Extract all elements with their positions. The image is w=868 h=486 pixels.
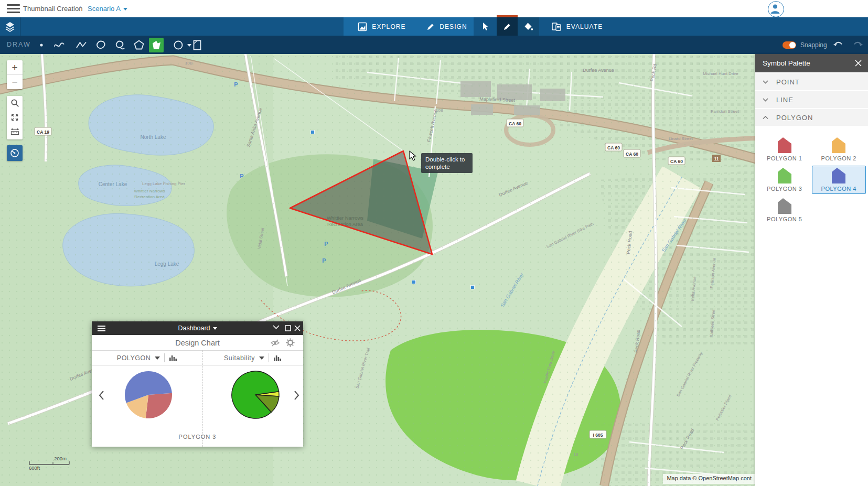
select-tool-button[interactable] bbox=[474, 17, 497, 36]
maximize-button[interactable] bbox=[285, 325, 291, 331]
dashboard-gauge-button[interactable] bbox=[7, 145, 23, 161]
vertex-handle[interactable] bbox=[471, 286, 475, 289]
parking-icon: P bbox=[322, 257, 326, 264]
tab-explore[interactable]: EXPLORE bbox=[344, 17, 420, 36]
parking-icon: P bbox=[240, 173, 243, 179]
geoplanner-app: Thumbnail Creation / Scenario A EXPLORE bbox=[0, 0, 868, 486]
cursor-arrow-icon bbox=[481, 22, 489, 31]
filled-polygon-tool-active[interactable] bbox=[149, 38, 164, 52]
map-label: Center Lake bbox=[99, 181, 127, 187]
explore-icon bbox=[358, 22, 367, 31]
top-bar: Thumbnail Creation / Scenario A bbox=[0, 0, 868, 17]
pencil-icon bbox=[426, 23, 435, 31]
swatch-label: POLYGON 2 bbox=[821, 155, 856, 161]
map-label: Whittier Narrows bbox=[134, 189, 165, 193]
expand-arrows-icon bbox=[10, 113, 19, 122]
collapse-button[interactable] bbox=[273, 325, 280, 329]
polygon-swatch-icon bbox=[832, 168, 845, 183]
chevron-down-icon[interactable] bbox=[259, 357, 264, 360]
freehand-polygon-tool[interactable] bbox=[93, 38, 108, 52]
swatch-label: POLYGON 4 bbox=[821, 186, 856, 192]
vertex-handle[interactable] bbox=[311, 131, 315, 134]
section-line[interactable]: LINE bbox=[755, 91, 868, 108]
map-label: 10B bbox=[436, 108, 443, 113]
evaluate-report-icon bbox=[551, 22, 562, 31]
tab-evaluate[interactable]: EVALUATE bbox=[545, 17, 608, 36]
svg-text:11: 11 bbox=[714, 156, 719, 161]
polyline-icon bbox=[75, 39, 88, 51]
carousel-next-button[interactable] bbox=[294, 390, 299, 401]
autocomplete-freehand-tool[interactable] bbox=[112, 38, 127, 52]
left-selector-label[interactable]: POLYGON bbox=[117, 354, 151, 362]
route-shield: CA 60 bbox=[624, 149, 640, 157]
swatch-label: POLYGON 3 bbox=[767, 186, 802, 192]
map-label: Linard Street bbox=[669, 136, 693, 141]
close-icon[interactable] bbox=[294, 325, 301, 331]
hamburger-menu-icon[interactable] bbox=[7, 4, 20, 13]
swatch-polygon-3[interactable]: POLYGON 3 bbox=[757, 166, 812, 194]
map-tool-controls bbox=[7, 96, 23, 139]
gauge-icon bbox=[10, 148, 19, 158]
dashboard-title-bar[interactable]: Dashboard bbox=[92, 321, 303, 335]
swatch-polygon-1[interactable]: POLYGON 1 bbox=[757, 135, 812, 164]
bar-chart-icon[interactable] bbox=[273, 354, 282, 362]
breadcrumb: Thumbnail Creation bbox=[23, 5, 82, 13]
layers-button[interactable] bbox=[0, 17, 20, 36]
carousel-prev-button[interactable] bbox=[99, 390, 104, 401]
avatar[interactable] bbox=[768, 1, 784, 17]
tab-explore-label: EXPLORE bbox=[372, 23, 405, 30]
zoom-in-button[interactable]: + bbox=[7, 60, 23, 75]
route-marker: 11 bbox=[712, 155, 721, 162]
polygon-tool[interactable] bbox=[132, 38, 146, 52]
scale-metric: 200m bbox=[29, 456, 67, 461]
snapping-toggle[interactable] bbox=[783, 41, 796, 49]
bar-chart-icon[interactable] bbox=[169, 354, 177, 362]
eye-slash-icon[interactable] bbox=[270, 339, 280, 347]
swatch-polygon-4[interactable]: POLYGON 4 bbox=[812, 166, 866, 194]
vertex-handle[interactable] bbox=[412, 280, 416, 284]
svg-text:CA 60: CA 60 bbox=[509, 121, 521, 126]
search-icon bbox=[10, 99, 19, 107]
point-tool[interactable] bbox=[34, 38, 49, 52]
undo-button[interactable] bbox=[833, 40, 843, 48]
swatch-polygon-2[interactable]: POLYGON 2 bbox=[812, 135, 866, 164]
pie-slice-red[interactable] bbox=[146, 393, 172, 418]
chart-selector-row: POLYGON Suitability bbox=[92, 350, 303, 366]
circle-icon bbox=[172, 39, 185, 51]
draw-tool-button[interactable] bbox=[497, 17, 518, 36]
zoom-out-button[interactable]: − bbox=[7, 75, 23, 89]
scenario-dropdown[interactable]: Scenario A bbox=[88, 5, 127, 13]
polyline-tool[interactable] bbox=[74, 38, 89, 52]
tab-design[interactable]: DESIGN bbox=[420, 17, 474, 36]
measure-button[interactable] bbox=[7, 124, 23, 138]
planning-area-tool[interactable] bbox=[190, 38, 205, 52]
undo-icon bbox=[833, 40, 843, 48]
map-attribution: Map data © OpenStreetMap cont bbox=[663, 474, 755, 484]
paint-bucket-button[interactable] bbox=[518, 17, 539, 36]
swatch-label: POLYGON 5 bbox=[767, 216, 802, 222]
draw-toolbar-label: DRAW bbox=[7, 41, 31, 48]
svg-text:CA 60: CA 60 bbox=[626, 152, 638, 157]
dashboard-title-dropdown[interactable]: Dashboard bbox=[92, 325, 303, 332]
section-polygon[interactable]: POLYGON bbox=[755, 109, 868, 126]
right-selector-label[interactable]: Suitability bbox=[224, 354, 255, 362]
active-tool-indicator bbox=[497, 15, 518, 17]
swatch-label: POLYGON 1 bbox=[767, 155, 802, 161]
scale-imperial: 600ft bbox=[29, 465, 70, 471]
section-point[interactable]: POINT bbox=[755, 73, 868, 90]
swatch-polygon-5[interactable]: POLYGON 5 bbox=[757, 196, 812, 224]
polygon-pie-chart[interactable] bbox=[120, 366, 177, 424]
right-chart-selector: Suitability bbox=[202, 350, 303, 365]
polygon-outline-icon bbox=[133, 39, 145, 51]
search-button[interactable] bbox=[7, 96, 23, 110]
freehand-polygon-tail-icon bbox=[113, 39, 126, 51]
chevron-down-icon[interactable] bbox=[155, 357, 160, 360]
left-chart-selector: POLYGON bbox=[92, 350, 202, 365]
gear-icon[interactable] bbox=[286, 338, 295, 347]
close-icon[interactable] bbox=[855, 60, 862, 67]
suitability-pie-chart[interactable] bbox=[227, 366, 284, 424]
polygon-swatch-icon bbox=[778, 198, 791, 214]
full-extent-button[interactable] bbox=[7, 110, 23, 124]
redo-button[interactable] bbox=[853, 40, 863, 48]
freehand-line-tool[interactable] bbox=[52, 38, 67, 52]
